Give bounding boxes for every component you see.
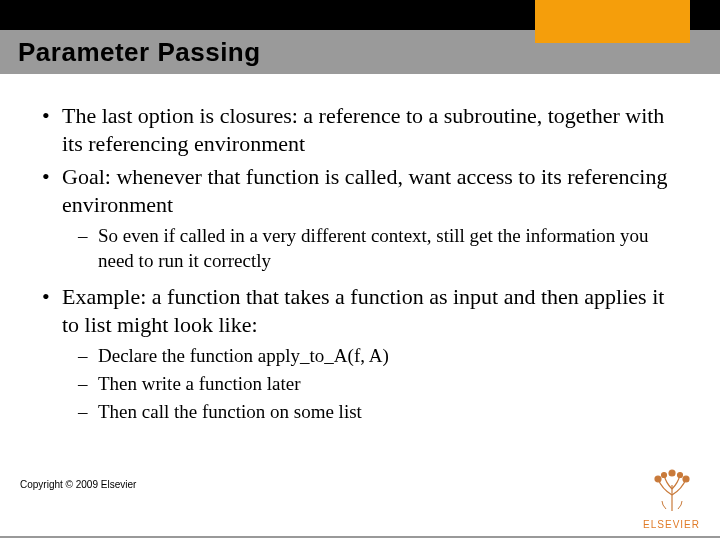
bullet-item: The last option is closures: a reference… bbox=[40, 102, 680, 157]
sub-bullet-list: Declare the function apply_to_A(f, A) Th… bbox=[62, 344, 680, 424]
bullet-item: Example: a function that takes a functio… bbox=[40, 283, 680, 424]
elsevier-tree-icon bbox=[648, 465, 696, 513]
slide-content: The last option is closures: a reference… bbox=[0, 74, 720, 424]
publisher-logo: ELSEVIER bbox=[643, 465, 700, 530]
bullet-item: Goal: whenever that function is called, … bbox=[40, 163, 680, 273]
sub-bullet-item: Then call the function on some list bbox=[76, 400, 680, 425]
bullet-text: Goal: whenever that function is called, … bbox=[62, 164, 667, 217]
svg-point-0 bbox=[655, 476, 661, 482]
sub-bullet-list: So even if called in a very different co… bbox=[62, 224, 680, 273]
svg-point-2 bbox=[661, 473, 666, 478]
bottom-divider bbox=[0, 536, 720, 538]
orange-accent-box bbox=[535, 0, 690, 43]
svg-point-1 bbox=[683, 476, 689, 482]
bullet-text: The last option is closures: a reference… bbox=[62, 103, 664, 156]
sub-bullet-item: Then write a function later bbox=[76, 372, 680, 397]
sub-bullet-text: Then call the function on some list bbox=[98, 401, 362, 422]
slide-title: Parameter Passing bbox=[18, 37, 261, 68]
sub-bullet-text: Then write a function later bbox=[98, 373, 301, 394]
sub-bullet-item: Declare the function apply_to_A(f, A) bbox=[76, 344, 680, 369]
bullet-list: The last option is closures: a reference… bbox=[40, 102, 680, 424]
bullet-text: Example: a function that takes a functio… bbox=[62, 284, 664, 337]
sub-bullet-text: Declare the function apply_to_A(f, A) bbox=[98, 345, 389, 366]
publisher-name: ELSEVIER bbox=[643, 519, 700, 530]
copyright-text: Copyright © 2009 Elsevier bbox=[20, 479, 136, 490]
sub-bullet-item: So even if called in a very different co… bbox=[76, 224, 680, 273]
svg-point-3 bbox=[677, 473, 682, 478]
sub-bullet-text: So even if called in a very different co… bbox=[98, 225, 649, 271]
svg-point-4 bbox=[669, 470, 675, 476]
